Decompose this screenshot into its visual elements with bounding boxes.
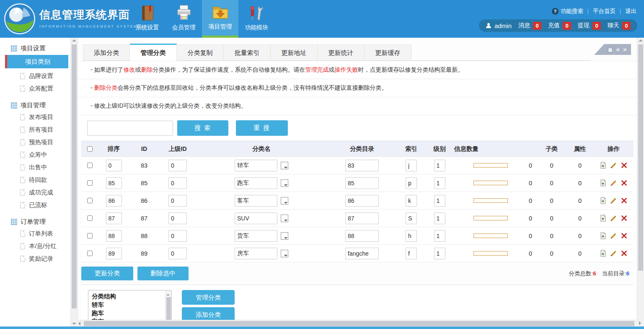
row-checkbox[interactable] <box>87 180 93 186</box>
sort-input[interactable] <box>106 177 122 189</box>
collapse-pager-widget[interactable]: « » <box>594 44 631 55</box>
horizontal-scrollbar-thumb[interactable] <box>84 321 634 326</box>
level-input[interactable] <box>434 248 445 259</box>
parent-id-input[interactable] <box>168 230 187 242</box>
level-input[interactable] <box>434 212 445 224</box>
row-checkbox[interactable] <box>87 233 93 238</box>
tab-item[interactable]: 管理分类 <box>130 44 177 61</box>
parent-id-input[interactable] <box>168 177 187 189</box>
delete-x-icon[interactable] <box>620 250 628 257</box>
add-subcategory-icon[interactable] <box>599 197 607 205</box>
link-function-search[interactable]: 功能搜索 <box>561 8 583 15</box>
user-stat-label[interactable]: 充值 <box>548 22 560 29</box>
index-input[interactable] <box>406 212 417 224</box>
select-parent-icon[interactable] <box>281 215 288 222</box>
add-subcategory-icon[interactable] <box>599 162 607 169</box>
nav-item-function-modules[interactable]: 功能模块 <box>238 0 275 38</box>
index-input[interactable] <box>406 177 417 189</box>
user-stat-label[interactable]: 消息 <box>518 22 530 29</box>
scroll-up-icon[interactable] <box>639 39 643 41</box>
level-input[interactable] <box>434 177 445 189</box>
nav-item-system-settings[interactable]: 系统设置 <box>129 0 166 38</box>
category-dir-input[interactable] <box>345 230 379 242</box>
sidebar-item[interactable]: 发布项目 <box>0 111 70 123</box>
select-parent-icon[interactable] <box>281 250 288 257</box>
category-name-input[interactable] <box>235 248 277 259</box>
scrollbar-corner[interactable] <box>637 320 644 326</box>
parent-id-input[interactable] <box>168 195 187 207</box>
tab-item[interactable]: 批量索引 <box>224 44 271 60</box>
sidebar-item[interactable]: 已流标 <box>0 199 70 211</box>
add-subcategory-icon[interactable] <box>599 179 607 187</box>
update-categories-button[interactable]: 更新分类 <box>81 267 133 280</box>
sidebar-item[interactable]: 众筹中 <box>0 148 70 161</box>
row-checkbox[interactable] <box>87 251 93 256</box>
index-input[interactable] <box>406 195 417 207</box>
select-parent-icon[interactable] <box>281 232 288 240</box>
sort-input[interactable] <box>106 160 122 171</box>
nav-item-project-management[interactable]: 项目管理 <box>202 0 238 38</box>
sidebar-item[interactable]: 订单列表 <box>0 227 70 240</box>
index-input[interactable] <box>406 160 417 171</box>
parent-id-input[interactable] <box>168 248 187 259</box>
sidebar-group-header[interactable]: 项目设置 <box>0 43 70 54</box>
add-subcategory-icon[interactable] <box>599 250 607 257</box>
stat-count-badge[interactable]: 0 <box>622 22 631 30</box>
level-input[interactable] <box>434 230 445 242</box>
category-name-input[interactable] <box>235 195 277 207</box>
delete-selected-button[interactable]: 删除选中 <box>137 267 189 280</box>
stat-count-badge[interactable]: 0 <box>592 22 601 30</box>
row-checkbox[interactable] <box>87 198 93 203</box>
research-button[interactable]: 重 搜 <box>236 120 288 136</box>
edit-pencil-icon[interactable] <box>610 232 617 240</box>
scroll-up-icon[interactable] <box>166 292 170 295</box>
category-dir-input[interactable] <box>345 248 379 259</box>
index-input[interactable] <box>406 230 417 242</box>
category-dir-input[interactable] <box>345 212 379 224</box>
scroll-up-icon[interactable] <box>72 39 76 41</box>
delete-x-icon[interactable] <box>620 215 628 222</box>
tab-item[interactable]: 分类复制 <box>177 44 224 60</box>
user-stat-label[interactable]: 提现 <box>578 22 590 29</box>
scroll-left-icon[interactable] <box>78 321 80 326</box>
category-name-input[interactable] <box>235 230 277 242</box>
sidebar-scrollbar[interactable] <box>70 38 78 326</box>
stat-count-badge[interactable]: 0 <box>533 22 541 30</box>
delete-x-icon[interactable] <box>620 197 628 205</box>
chevron-left-icon[interactable]: « <box>616 46 620 53</box>
add-subcategory-icon[interactable] <box>599 215 607 222</box>
nav-item-member-management[interactable]: 会员管理 <box>166 0 202 38</box>
edit-pencil-icon[interactable] <box>610 250 617 257</box>
edit-pencil-icon[interactable] <box>610 197 617 205</box>
select-parent-icon[interactable] <box>281 197 288 205</box>
chevron-right-icon[interactable]: » <box>623 46 627 53</box>
sort-input[interactable] <box>106 248 122 259</box>
tab-item[interactable]: 添加分类 <box>83 44 130 60</box>
sidebar-item[interactable]: 奖励记录 <box>0 252 70 265</box>
category-dir-input[interactable] <box>345 160 379 171</box>
search-input[interactable] <box>87 121 173 136</box>
edit-pencil-icon[interactable] <box>610 179 617 187</box>
select-parent-icon[interactable] <box>281 179 288 187</box>
listbox-item[interactable]: 轿车 <box>92 301 171 309</box>
delete-x-icon[interactable] <box>620 162 628 169</box>
select-parent-icon[interactable] <box>281 162 288 169</box>
sidebar-item[interactable]: 品牌设置 <box>0 70 70 82</box>
tab-item[interactable]: 更新缓存 <box>365 44 411 60</box>
user-name[interactable]: admin <box>494 22 512 29</box>
sidebar-item-active[interactable]: 项目类别 <box>5 55 68 68</box>
category-name-input[interactable] <box>235 177 277 189</box>
sort-input[interactable] <box>106 195 122 207</box>
main-scrollbar[interactable] <box>637 38 644 326</box>
row-checkbox[interactable] <box>87 215 93 221</box>
category-dir-input[interactable] <box>345 177 379 189</box>
level-input[interactable] <box>434 195 445 207</box>
tab-item[interactable]: 更新地址 <box>271 44 318 60</box>
sidebar-item[interactable]: 预热项目 <box>0 136 70 148</box>
tab-item[interactable]: 更新统计 <box>318 44 365 60</box>
add-subcategory-icon[interactable] <box>599 232 607 240</box>
link-logout[interactable]: 退出 <box>625 8 636 15</box>
parent-id-input[interactable] <box>168 160 187 171</box>
category-name-input[interactable] <box>235 160 277 171</box>
main-scrollbar-thumb[interactable] <box>638 44 643 271</box>
